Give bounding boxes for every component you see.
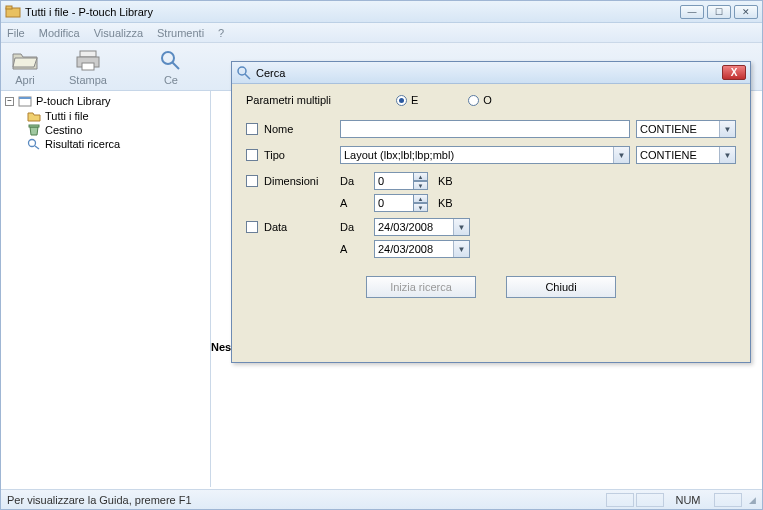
dialog-title: Cerca — [256, 67, 722, 79]
menubar: File Modifica Visualizza Strumenti ? — [1, 23, 762, 43]
params-label: Parametri multipli — [246, 94, 396, 106]
menu-file[interactable]: File — [7, 27, 25, 39]
search-icon — [157, 48, 185, 72]
tipo-label: Tipo — [264, 149, 340, 161]
menu-visualizza[interactable]: Visualizza — [94, 27, 143, 39]
search-results-icon — [27, 138, 41, 150]
collapse-icon[interactable]: − — [5, 97, 14, 106]
minimize-button[interactable]: — — [680, 5, 704, 19]
date-to-combo[interactable]: 24/03/2008 ▼ — [374, 240, 470, 258]
radio-and-label: E — [411, 94, 418, 106]
tree-item-label: Risultati ricerca — [45, 138, 120, 150]
library-icon — [18, 95, 32, 107]
toolbar-open[interactable]: Apri — [11, 48, 39, 86]
svg-rect-1 — [6, 6, 12, 9]
content-empty-label: Nes — [211, 341, 231, 353]
menu-strumenti[interactable]: Strumenti — [157, 27, 204, 39]
svg-rect-9 — [29, 125, 39, 127]
dim-to-input[interactable] — [374, 194, 414, 212]
start-search-button[interactable]: Inizia ricerca — [366, 276, 476, 298]
da-label: Da — [340, 221, 374, 233]
titlebar: Tutti i file - P-touch Library — ☐ ✕ — [1, 1, 762, 23]
status-numlock: NUM — [668, 494, 708, 506]
tipo-match-combo[interactable]: CONTIENE ▼ — [636, 146, 736, 164]
chevron-down-icon: ▼ — [613, 147, 629, 163]
da-label: Da — [340, 175, 374, 187]
button-label: Chiudi — [545, 281, 576, 293]
window-title: Tutti i file - P-touch Library — [25, 6, 680, 18]
svg-rect-2 — [80, 51, 96, 57]
checkbox-nome[interactable] — [246, 123, 258, 135]
toolbar-print[interactable]: Stampa — [69, 48, 107, 86]
dim-from-spinner[interactable]: ▲▼ — [374, 172, 428, 190]
spin-down-icon[interactable]: ▼ — [414, 181, 428, 190]
button-label: Inizia ricerca — [390, 281, 452, 293]
svg-line-13 — [245, 74, 250, 79]
search-icon — [236, 65, 252, 81]
radio-and[interactable]: E — [396, 94, 418, 106]
toolbar-search[interactable]: Ce — [157, 48, 185, 86]
svg-point-12 — [238, 67, 246, 75]
search-dialog: Cerca X Parametri multipli E O — [231, 61, 751, 363]
svg-rect-4 — [82, 63, 94, 70]
radio-dot-icon — [396, 95, 407, 106]
spin-down-icon[interactable]: ▼ — [414, 203, 428, 212]
tipo-combo[interactable]: Layout (lbx;lbl;lbp;mbl) ▼ — [340, 146, 630, 164]
a-label: A — [340, 243, 374, 255]
radio-dot-icon — [468, 95, 479, 106]
spin-up-icon[interactable]: ▲ — [414, 172, 428, 181]
status-cell — [636, 493, 664, 507]
dialog-body: Parametri multipli E O Nome — [232, 84, 750, 308]
chevron-down-icon: ▼ — [719, 147, 735, 163]
status-cell — [714, 493, 742, 507]
app-icon — [5, 4, 21, 20]
combo-value: 24/03/2008 — [378, 243, 433, 255]
checkbox-tipo[interactable] — [246, 149, 258, 161]
chevron-down-icon: ▼ — [453, 241, 469, 257]
nome-match-combo[interactable]: CONTIENE ▼ — [636, 120, 736, 138]
combo-value: CONTIENE — [640, 123, 697, 135]
nome-input[interactable] — [340, 120, 630, 138]
resize-grip[interactable]: ◢ — [742, 495, 756, 505]
combo-value: CONTIENE — [640, 149, 697, 161]
folder-open-icon — [11, 48, 39, 72]
checkbox-dimensioni[interactable] — [246, 175, 258, 187]
maximize-button[interactable]: ☐ — [707, 5, 731, 19]
close-button[interactable]: ✕ — [734, 5, 758, 19]
combo-value: Layout (lbx;lbl;lbp;mbl) — [344, 149, 454, 161]
tree-item-all-files[interactable]: Tutti i file — [5, 109, 206, 123]
folder-icon — [27, 110, 41, 122]
dim-from-input[interactable] — [374, 172, 414, 190]
tree-item-search-results[interactable]: Risultati ricerca — [5, 137, 206, 151]
radio-or-label: O — [483, 94, 492, 106]
dialog-titlebar: Cerca X — [232, 62, 750, 84]
svg-rect-8 — [19, 97, 31, 99]
svg-point-10 — [29, 140, 36, 147]
nome-label: Nome — [264, 123, 340, 135]
tree-item-label: Tutti i file — [45, 110, 89, 122]
menu-help[interactable]: ? — [218, 27, 224, 39]
svg-line-11 — [35, 146, 39, 149]
checkbox-data[interactable] — [246, 221, 258, 233]
tree-item-trash[interactable]: Cestino — [5, 123, 206, 137]
date-from-combo[interactable]: 24/03/2008 ▼ — [374, 218, 470, 236]
menu-modifica[interactable]: Modifica — [39, 27, 80, 39]
main-window: Tutti i file - P-touch Library — ☐ ✕ Fil… — [0, 0, 763, 510]
dimensioni-label: Dimensioni — [264, 175, 340, 187]
toolbar-open-label: Apri — [15, 74, 35, 86]
data-label: Data — [264, 221, 340, 233]
printer-icon — [74, 48, 102, 72]
spin-up-icon[interactable]: ▲ — [414, 194, 428, 203]
a-label: A — [340, 197, 374, 209]
dim-to-spinner[interactable]: ▲▼ — [374, 194, 428, 212]
status-cell — [606, 493, 634, 507]
tree-panel: − P-touch Library Tutti i file Cestino R… — [1, 91, 211, 487]
combo-value: 24/03/2008 — [378, 221, 433, 233]
close-dialog-button[interactable]: Chiudi — [506, 276, 616, 298]
statusbar: Per visualizzare la Guida, premere F1 NU… — [1, 489, 762, 509]
radio-or[interactable]: O — [468, 94, 492, 106]
dialog-close-button[interactable]: X — [722, 65, 746, 80]
tree-root-label: P-touch Library — [36, 95, 111, 107]
toolbar-print-label: Stampa — [69, 74, 107, 86]
tree-root[interactable]: − P-touch Library — [5, 95, 206, 107]
